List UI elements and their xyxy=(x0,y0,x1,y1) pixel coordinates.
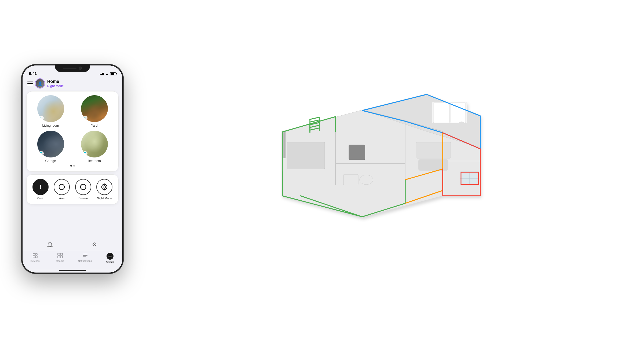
notifications-icon xyxy=(82,253,88,259)
notch-speaker xyxy=(63,68,76,69)
sensor-arc-bedroom-icon xyxy=(84,152,86,155)
tab-control-label: Control xyxy=(106,260,114,263)
svg-rect-39 xyxy=(287,142,325,169)
room-label-garage: Garage xyxy=(45,159,56,163)
rooms-icon xyxy=(57,253,63,259)
bell-button[interactable] xyxy=(47,242,53,248)
header-mode: Night Mode xyxy=(47,84,64,88)
svg-rect-15 xyxy=(60,256,63,258)
home-indicator xyxy=(59,270,86,271)
avatar[interactable]: 👤 xyxy=(35,79,45,88)
tab-rooms-label: Rooms xyxy=(56,259,64,262)
svg-rect-16 xyxy=(83,254,87,254)
phone-screen: 9:41 ▲ xyxy=(23,65,122,273)
status-icons: ▲ xyxy=(100,72,116,76)
room-label-living: Living room xyxy=(42,124,59,127)
tab-notifications[interactable]: Notifications xyxy=(72,253,97,262)
signal-bars-icon xyxy=(100,72,104,75)
dot-1 xyxy=(70,165,72,167)
menu-button[interactable] xyxy=(27,82,33,85)
night-mode-button[interactable]: Night Mode xyxy=(96,179,112,200)
header-title: Home xyxy=(47,79,64,84)
panic-button[interactable]: ! Panic xyxy=(32,179,49,200)
phone-notch xyxy=(55,64,90,72)
room-item-garage[interactable]: Garage xyxy=(30,131,71,163)
panic-icon: ! xyxy=(39,183,41,190)
dot-2 xyxy=(73,165,75,167)
sensor-arc-yard-icon xyxy=(84,117,86,119)
room-circle-bedroom xyxy=(81,131,108,157)
room-label-yard: Yard xyxy=(91,124,97,127)
tab-rooms[interactable]: Rooms xyxy=(47,253,72,262)
sensor-arc-garage-icon xyxy=(40,152,43,155)
disarm-circle xyxy=(75,179,91,195)
svg-rect-8 xyxy=(33,254,35,255)
arm-icon xyxy=(58,183,65,190)
room-sensor-bedroom xyxy=(83,151,87,156)
svg-rect-11 xyxy=(35,256,37,258)
svg-rect-12 xyxy=(58,253,60,255)
menu-line-3 xyxy=(27,85,33,85)
room-circle-yard xyxy=(81,95,108,122)
room-item-yard[interactable]: Yard xyxy=(74,95,115,127)
devices-icon xyxy=(32,253,38,259)
arm-button[interactable]: Arm xyxy=(54,179,70,200)
control-icon xyxy=(107,253,114,260)
room-sensor-garage xyxy=(39,151,44,156)
tab-devices[interactable]: Devices xyxy=(23,253,47,262)
phone-mockup: 9:41 ▲ xyxy=(21,64,123,274)
signal-bar-2 xyxy=(101,74,102,75)
room-item-living[interactable]: Living room xyxy=(30,95,71,127)
battery-fill xyxy=(111,73,114,75)
svg-rect-31 xyxy=(433,102,449,123)
bell-icon xyxy=(47,242,53,248)
phone-shell: 9:41 ▲ xyxy=(21,64,123,274)
panic-label: Panic xyxy=(37,197,44,200)
tab-bar: Devices Rooms xyxy=(23,251,122,269)
svg-point-0 xyxy=(59,184,64,190)
tab-notifications-label: Notifications xyxy=(78,259,92,262)
rooms-grid: Living room Yard xyxy=(30,95,115,163)
svg-rect-17 xyxy=(83,255,87,256)
svg-rect-36 xyxy=(349,145,365,160)
svg-point-38 xyxy=(360,175,373,185)
page-dots xyxy=(30,163,115,168)
sensor-arc-icon xyxy=(40,117,43,119)
avatar-ring xyxy=(35,78,45,89)
room-circle-garage xyxy=(37,131,64,157)
svg-rect-10 xyxy=(33,256,35,258)
battery-icon xyxy=(110,72,116,75)
menu-line-2 xyxy=(27,83,33,84)
floorplan-container xyxy=(123,0,644,338)
arm-label: Arm xyxy=(59,197,64,200)
status-time: 9:41 xyxy=(29,71,37,76)
svg-rect-13 xyxy=(60,253,63,255)
room-circle-living xyxy=(37,95,64,122)
wifi-icon: ▲ xyxy=(105,72,109,76)
chevron-up-icon xyxy=(91,241,98,249)
room-sensor-yard xyxy=(83,116,87,120)
control-plus-icon xyxy=(108,254,112,258)
svg-point-33 xyxy=(458,122,465,128)
menu-line-1 xyxy=(27,82,33,82)
svg-line-51 xyxy=(310,117,319,119)
disarm-icon xyxy=(80,183,87,190)
night-icon xyxy=(101,183,108,190)
signal-bar-3 xyxy=(102,73,103,75)
chevron-up-button[interactable] xyxy=(91,241,98,249)
signal-bar-4 xyxy=(103,73,104,75)
bell-row xyxy=(23,239,122,251)
tab-control[interactable]: Control xyxy=(97,253,122,263)
night-mode-label: Night Mode xyxy=(97,197,112,200)
controls-section: ! Panic Arm xyxy=(26,174,119,204)
floorplan-svg xyxy=(260,78,502,260)
svg-rect-18 xyxy=(83,256,86,257)
svg-rect-14 xyxy=(58,256,60,258)
room-label-bedroom: Bedroom xyxy=(88,159,101,163)
room-item-bedroom[interactable]: Bedroom xyxy=(74,131,115,163)
panic-circle: ! xyxy=(32,179,49,195)
notch-camera xyxy=(79,67,82,70)
header-title-group: Home Night Mode xyxy=(47,79,64,88)
night-circle xyxy=(96,179,112,195)
disarm-button[interactable]: Disarm xyxy=(75,179,91,200)
